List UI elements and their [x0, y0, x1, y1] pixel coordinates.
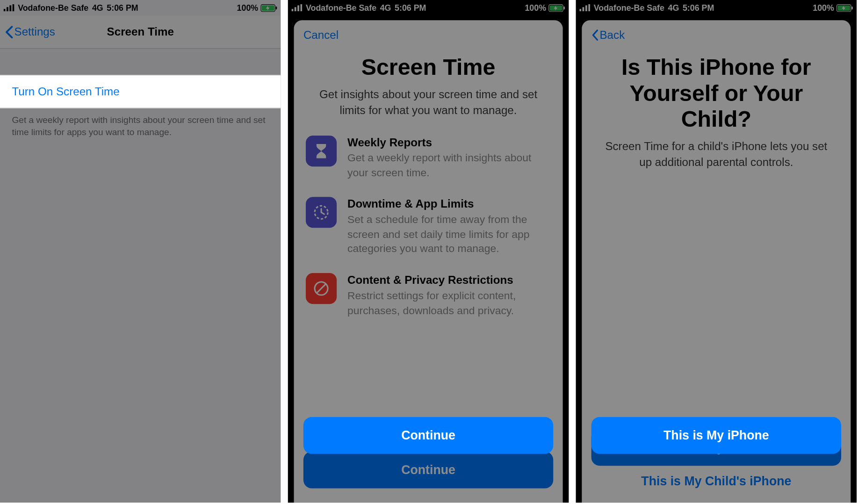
- sheet-title: Is This iPhone for Yourself or Your Chil…: [582, 50, 851, 139]
- battery-pct: 100%: [525, 3, 546, 12]
- svg-rect-3: [13, 4, 14, 11]
- svg-rect-23: [851, 6, 853, 9]
- chevron-left-icon: [591, 29, 598, 41]
- sheet-subtitle: Screen Time for a child's iPhone lets yo…: [582, 139, 851, 171]
- svg-rect-7: [291, 9, 293, 11]
- battery-icon: [260, 4, 277, 12]
- signal-icon: [291, 4, 302, 11]
- status-bar: Vodafone-Be Safe 4G 5:06 PM 100%: [0, 0, 281, 15]
- svg-rect-0: [4, 9, 6, 11]
- battery-icon: [836, 4, 853, 12]
- svg-rect-2: [9, 5, 11, 11]
- svg-rect-1: [7, 7, 8, 11]
- screen-3: Vodafone-Be Safe 4G 5:06 PM 100% Back Is…: [576, 0, 857, 503]
- continue-button[interactable]: Continue: [303, 417, 553, 454]
- sheet-title: Screen Time: [294, 50, 563, 86]
- network-label: 4G: [92, 3, 103, 12]
- feature-item: Downtime & App Limits Set a schedule for…: [306, 197, 551, 257]
- svg-rect-10: [301, 4, 303, 11]
- svg-rect-18: [583, 7, 584, 11]
- feature-desc: Restrict settings for explicit content, …: [347, 288, 551, 318]
- back-button[interactable]: Settings: [0, 25, 55, 38]
- sheet-subtitle: Get insights about your screen time and …: [294, 86, 563, 119]
- status-bar: Vodafone-Be Safe 4G 5:06 PM 100%: [576, 0, 857, 15]
- no-entry-icon: [306, 273, 337, 304]
- battery-icon: [548, 4, 565, 12]
- feature-title: Content & Privacy Restrictions: [347, 273, 551, 287]
- status-bar: Vodafone-Be Safe 4G 5:06 PM 100%: [288, 0, 569, 15]
- screen-2: Vodafone-Be Safe 4G 5:06 PM 100% Cancel …: [288, 0, 569, 503]
- svg-line-16: [317, 284, 326, 293]
- network-label: 4G: [380, 3, 391, 12]
- clock: 5:06 PM: [395, 3, 426, 12]
- feature-item: Content & Privacy Restrictions Restrict …: [306, 273, 551, 318]
- back-button[interactable]: Back: [591, 29, 625, 42]
- footer-desc: Get a weekly report with insights about …: [0, 108, 281, 138]
- back-label: Settings: [14, 25, 55, 38]
- back-label: Back: [599, 29, 625, 42]
- svg-rect-6: [276, 6, 277, 9]
- nav-bar: Settings Screen Time: [0, 15, 281, 49]
- childs-iphone-button[interactable]: This is My Child's iPhone: [641, 474, 791, 489]
- svg-rect-8: [295, 7, 296, 11]
- turn-on-screen-time-button[interactable]: Turn On Screen Time: [0, 75, 281, 108]
- screen-1: Vodafone-Be Safe 4G 5:06 PM 100% Setting…: [0, 0, 281, 503]
- battery-pct: 100%: [237, 3, 259, 12]
- svg-rect-17: [579, 9, 581, 11]
- signal-icon: [579, 4, 590, 11]
- this-is-my-iphone-button[interactable]: This is My iPhone: [591, 417, 841, 454]
- svg-rect-20: [588, 4, 590, 11]
- continue-button-dimmed[interactable]: Continue: [303, 452, 553, 489]
- cancel-button[interactable]: Cancel: [303, 29, 339, 42]
- carrier-label: Vodafone-Be Safe: [306, 3, 376, 12]
- clock-limit-icon: [306, 197, 337, 228]
- network-label: 4G: [668, 3, 679, 12]
- svg-rect-9: [297, 5, 299, 11]
- carrier-label: Vodafone-Be Safe: [18, 3, 88, 12]
- chevron-left-icon: [5, 25, 13, 38]
- svg-rect-13: [564, 6, 565, 9]
- clock: 5:06 PM: [107, 3, 138, 12]
- clock: 5:06 PM: [683, 3, 714, 12]
- feature-title: Weekly Reports: [347, 136, 551, 150]
- hourglass-icon: [306, 136, 337, 166]
- feature-list: Weekly Reports Get a weekly report with …: [294, 119, 563, 318]
- battery-pct: 100%: [813, 3, 834, 12]
- carrier-label: Vodafone-Be Safe: [594, 3, 664, 12]
- feature-desc: Get a weekly report with insights about …: [347, 151, 551, 180]
- feature-desc: Set a schedule for time away from the sc…: [347, 212, 551, 257]
- signal-icon: [4, 4, 14, 11]
- feature-item: Weekly Reports Get a weekly report with …: [306, 136, 551, 180]
- feature-title: Downtime & App Limits: [347, 197, 551, 211]
- svg-rect-19: [585, 5, 587, 11]
